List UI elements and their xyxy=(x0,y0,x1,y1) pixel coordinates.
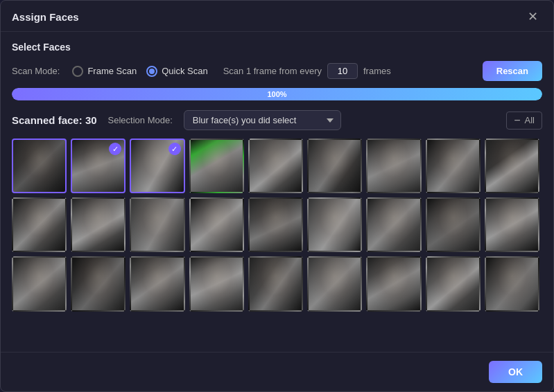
progress-bar-container: 100% xyxy=(12,88,542,100)
scanned-face-label: Scanned face: xyxy=(12,114,83,126)
frame-scan-radio[interactable] xyxy=(72,66,83,77)
face-thumb[interactable] xyxy=(130,256,184,311)
face-thumb[interactable]: ✓ xyxy=(130,139,184,193)
face-thumb[interactable] xyxy=(12,139,67,193)
check-badge: ✓ xyxy=(109,143,121,155)
face-thumb[interactable] xyxy=(189,197,244,252)
face-thumb[interactable] xyxy=(189,139,244,193)
faces-header-row: Scanned face: 30 Selection Mode: Blur fa… xyxy=(12,110,542,130)
face-thumb[interactable] xyxy=(426,197,481,252)
quick-scan-label: Quick Scan xyxy=(162,66,207,76)
selection-mode-dropdown[interactable]: Blur face(s) you did select Blur face(s)… xyxy=(184,110,341,130)
assign-faces-dialog: Assign Faces ✕ Select Faces Scan Mode: F… xyxy=(0,0,554,392)
face-thumb[interactable] xyxy=(130,197,184,252)
selection-mode-label: Selection Mode: xyxy=(108,115,173,125)
frames-input[interactable] xyxy=(327,63,358,79)
progress-label: 100% xyxy=(267,90,286,98)
face-thumb[interactable] xyxy=(71,256,125,311)
scanned-face-number: 30 xyxy=(85,114,97,126)
scan-mode-label: Scan Mode: xyxy=(12,66,60,76)
face-thumb[interactable] xyxy=(248,139,303,193)
face-thumb[interactable]: ✓ xyxy=(71,139,125,193)
face-thumb[interactable] xyxy=(248,197,303,252)
face-thumb[interactable] xyxy=(485,139,539,193)
faces-grid: ✓ ✓ xyxy=(12,139,542,319)
rescan-button[interactable]: Rescan xyxy=(483,61,542,81)
face-thumb[interactable] xyxy=(12,256,67,311)
scan-mode-row: Scan Mode: Frame Scan Quick Scan Scan 1 … xyxy=(12,61,542,81)
scan-info: Scan 1 frame from every frames xyxy=(223,63,391,79)
dialog-title: Assign Faces xyxy=(12,11,79,23)
face-thumb[interactable] xyxy=(307,197,362,252)
ok-button[interactable]: OK xyxy=(489,361,542,383)
face-thumb[interactable] xyxy=(485,256,539,311)
minus-icon: − xyxy=(514,115,520,126)
face-thumb[interactable] xyxy=(426,139,481,193)
face-thumb[interactable] xyxy=(189,256,244,311)
grid-wrapper: ✓ ✓ xyxy=(12,139,542,352)
scanned-face-count: Scanned face: 30 xyxy=(12,114,97,126)
face-thumb[interactable] xyxy=(12,197,67,252)
face-thumb[interactable] xyxy=(248,256,303,311)
dialog-content: Select Faces Scan Mode: Frame Scan Quick… xyxy=(1,32,553,352)
face-thumb[interactable] xyxy=(366,197,421,252)
dialog-footer: OK xyxy=(1,352,553,391)
close-button[interactable]: ✕ xyxy=(523,9,542,24)
face-thumb[interactable] xyxy=(366,256,421,311)
scan-info-prefix: Scan 1 frame from every xyxy=(223,66,322,76)
check-badge: ✓ xyxy=(168,143,181,155)
scan-info-suffix: frames xyxy=(363,66,391,76)
face-thumb[interactable] xyxy=(71,197,125,252)
all-button[interactable]: − All xyxy=(506,112,542,130)
quick-scan-option[interactable]: Quick Scan xyxy=(146,66,207,77)
face-thumb[interactable] xyxy=(426,256,481,311)
frame-scan-option[interactable]: Frame Scan xyxy=(72,66,137,77)
face-thumb[interactable] xyxy=(307,256,362,311)
face-thumb[interactable] xyxy=(485,197,539,252)
quick-scan-radio[interactable] xyxy=(146,66,157,77)
section-title: Select Faces xyxy=(12,42,542,53)
title-bar: Assign Faces ✕ xyxy=(1,1,553,32)
face-thumb[interactable] xyxy=(366,139,421,193)
all-label: All xyxy=(525,115,535,125)
face-thumb[interactable] xyxy=(307,139,362,193)
frame-scan-label: Frame Scan xyxy=(87,66,137,76)
